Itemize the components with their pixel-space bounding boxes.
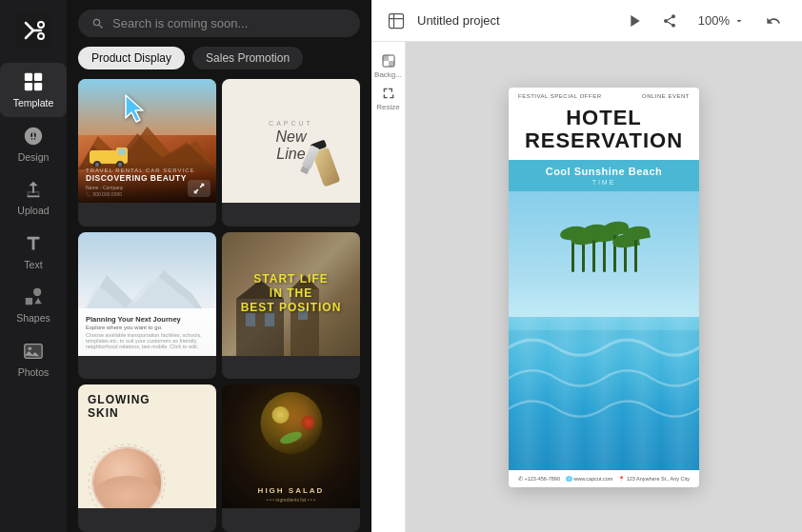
sidebar-item-upload[interactable]: Upload	[0, 170, 67, 225]
card-yellow-title: START LIFEIN THEBEST POSITION	[241, 272, 342, 315]
svg-marker-35	[631, 15, 639, 27]
card-glowing-title: GLOWINGSKIN	[88, 394, 207, 419]
zoom-level: 100%	[698, 13, 730, 28]
canvas-toolbar: Untitled project 100%	[371, 0, 802, 42]
card-expand-overlay[interactable]	[188, 180, 211, 197]
template-card-yellow[interactable]: START LIFEIN THEBEST POSITION	[222, 232, 360, 380]
svg-point-8	[35, 130, 39, 134]
template-card-food[interactable]: HIGH SALAD • • • ingredients list • • •	[222, 384, 360, 532]
sidebar-item-shapes-label: Shapes	[16, 312, 50, 325]
project-name: Untitled project	[417, 13, 611, 28]
background-tool[interactable]: Backg...	[374, 51, 403, 80]
canvas-area: Untitled project 100%	[371, 0, 802, 532]
undo-icon	[766, 13, 781, 29]
background-tool-label: Backg...	[374, 70, 402, 79]
svg-rect-3	[25, 73, 32, 81]
card-product-title: NewLine	[275, 128, 306, 162]
expand-icon	[192, 182, 206, 195]
canvas-left-tools: Backg... Resize	[371, 42, 406, 532]
svg-rect-11	[25, 345, 42, 359]
sidebar-item-shapes[interactable]: Shapes	[0, 278, 67, 332]
filter-product-display[interactable]: Product Display	[78, 47, 185, 69]
text-icon	[22, 232, 45, 255]
hotel-website: 🌐 www.capcut.com	[566, 476, 613, 482]
hotel-title-section: HOTEL RESERVATION	[509, 103, 699, 160]
project-icon	[387, 11, 406, 30]
templates-panel: Search is coming soon... Product Display…	[67, 0, 371, 532]
sidebar-item-template[interactable]: Template	[0, 63, 67, 117]
card-product-brand: capcut	[269, 120, 313, 127]
resize-icon	[381, 86, 396, 101]
hotel-subtitle-banner: Cool Sunshine Beach TIME	[509, 160, 699, 191]
hotel-top-left: FESTIVAL SPECIAL OFFER	[518, 93, 601, 99]
hotel-image	[509, 191, 699, 470]
templates-grid: Travel Rental Car Service DISCOVERING BE…	[67, 79, 371, 532]
svg-point-33	[89, 444, 165, 508]
card-mountain-body: Choose available transportation faciliti…	[86, 332, 209, 349]
svg-point-10	[35, 137, 39, 141]
app-logo[interactable]	[16, 13, 50, 48]
svg-rect-37	[383, 55, 389, 61]
toolbar-actions: 100%	[622, 8, 787, 34]
svg-rect-18	[118, 148, 126, 155]
template-card-travel[interactable]: Travel Rental Car Service DISCOVERING BE…	[78, 79, 216, 227]
template-card-glowing[interactable]: GLOWINGSKIN	[78, 384, 216, 532]
resize-tool-label: Resize	[376, 103, 399, 111]
palm-tree-2	[582, 239, 585, 272]
card-mountain-title: Planning Your Next Journey	[86, 315, 209, 324]
sidebar-item-design-label: Design	[18, 151, 50, 164]
sidebar-item-text[interactable]: Text	[0, 225, 67, 279]
svg-rect-6	[34, 83, 42, 90]
svg-point-9	[29, 137, 32, 141]
canvas-main: Backg... Resize FESTIVAL SPECIAL OFFER O…	[371, 42, 802, 532]
hotel-main-title: HOTEL RESERVATION	[520, 107, 688, 152]
card-food-ingredients: • • • ingredients list • • •	[230, 497, 352, 502]
sidebar-item-template-label: Template	[13, 97, 54, 109]
search-icon	[91, 17, 105, 30]
play-button[interactable]	[622, 8, 649, 34]
svg-rect-4	[34, 73, 42, 81]
zoom-control[interactable]: 100%	[691, 10, 752, 31]
hotel-address: 📍 123 Anywhere St., Any City	[618, 476, 690, 482]
shapes-icon	[22, 286, 45, 308]
template-card-product[interactable]: capcut NewLine	[222, 79, 360, 227]
hotel-time-label: TIME	[520, 179, 688, 186]
search-placeholder: Search is coming soon...	[112, 16, 248, 30]
card-mountain-subtitle: Explore where you want to go.	[86, 325, 209, 330]
palm-tree-7	[634, 234, 637, 272]
upload-icon	[22, 178, 45, 201]
sidebar-item-photos-label: Photos	[18, 366, 50, 379]
background-icon	[381, 53, 396, 69]
sidebar-item-photos[interactable]: Photos	[0, 332, 67, 386]
play-icon	[628, 13, 643, 29]
hotel-phone: ✆ +123-456-7890	[518, 476, 560, 482]
canvas-workspace: FESTIVAL SPECIAL OFFER ONLINE EVENT HOTE…	[406, 42, 802, 532]
template-card-mountain[interactable]: Planning Your Next Journey Explore where…	[78, 232, 216, 380]
palm-tree-4	[603, 236, 606, 272]
svg-point-13	[29, 346, 32, 350]
palm-tree-6	[624, 242, 627, 272]
resize-tool[interactable]: Resize	[374, 84, 403, 112]
search-bar[interactable]: Search is coming soon...	[78, 10, 360, 37]
filter-row: Product Display Sales Promotion	[67, 47, 371, 79]
card-food-title: HIGH SALAD	[230, 486, 352, 495]
template-icon	[22, 70, 45, 93]
sidebar-item-design[interactable]: Design	[0, 117, 67, 171]
hotel-top-bar: FESTIVAL SPECIAL OFFER ONLINE EVENT	[509, 88, 699, 103]
undo-button[interactable]	[760, 8, 787, 34]
palm-trees	[509, 196, 699, 272]
svg-point-7	[29, 130, 32, 134]
svg-rect-38	[389, 61, 394, 67]
hotel-top-right: ONLINE EVENT	[642, 93, 690, 99]
filter-sales-promotion[interactable]: Sales Promotion	[192, 47, 303, 69]
share-icon	[662, 13, 677, 29]
svg-rect-5	[25, 83, 32, 90]
chevron-down-icon	[733, 15, 745, 27]
palm-tree-5	[613, 229, 616, 272]
sidebar-item-upload-label: Upload	[17, 205, 49, 217]
share-button[interactable]	[656, 8, 683, 34]
hotel-water	[509, 317, 699, 470]
hotel-subtitle-text: Cool Sunshine Beach	[520, 166, 688, 177]
svg-rect-34	[390, 13, 404, 28]
sidebar: Template Design Upload	[0, 0, 67, 532]
